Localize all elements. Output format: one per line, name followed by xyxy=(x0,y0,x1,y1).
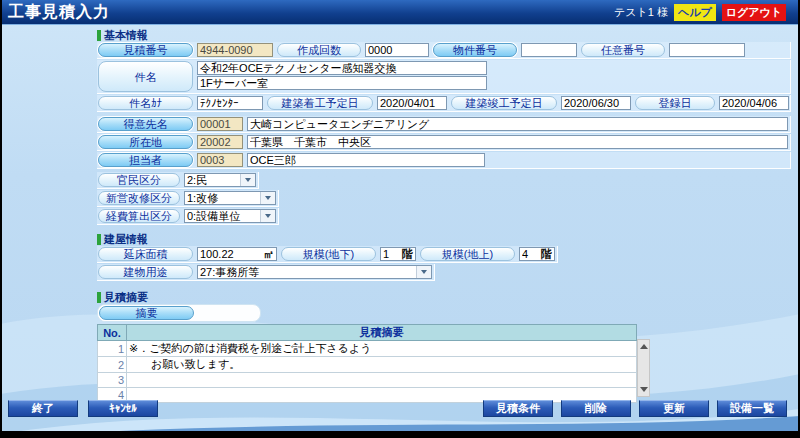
subject-kana-label: 件名ｶﾅ xyxy=(98,96,193,110)
row-person: 担当者 xyxy=(97,152,791,169)
person-in-charge-button[interactable]: 担当者 xyxy=(98,153,193,167)
scale-above-input-group: 階 xyxy=(519,247,555,261)
section-title: 基本情報 xyxy=(104,28,148,43)
estimate-conditions-button[interactable]: 見積条件 xyxy=(483,400,553,417)
person-code-field[interactable] xyxy=(197,153,243,167)
construction-end-date-field[interactable] xyxy=(561,96,631,110)
floor-area-input-group: ㎡ xyxy=(197,247,277,261)
construction-start-date-label: 建築着工予定日 xyxy=(267,96,373,110)
registration-date-field[interactable] xyxy=(719,96,789,110)
col-header-text: 見積摘要 xyxy=(127,325,637,341)
exit-button[interactable]: 終了 xyxy=(8,400,78,417)
expense-calc-select[interactable]: 0:設備単位 xyxy=(184,209,276,223)
property-number-field[interactable] xyxy=(521,43,577,57)
row-public-private: 官民区分 2:民 xyxy=(97,172,259,189)
titlebar-actions: テスト1 様 ヘルプ ログアウト xyxy=(614,4,786,21)
row-building-use: 建物用途 27:事務所等 xyxy=(97,264,435,281)
location-name-field[interactable] xyxy=(247,135,788,149)
estimate-number-button[interactable]: 見積番号 xyxy=(98,43,193,57)
update-button[interactable]: 更新 xyxy=(639,400,709,417)
scale-above-field[interactable] xyxy=(520,248,539,260)
registration-date-label: 登録日 xyxy=(635,96,715,110)
memo-button[interactable]: 摘要 xyxy=(99,306,194,320)
building-use-value: 27:事務所等 xyxy=(198,266,416,278)
scale-below-field[interactable] xyxy=(381,248,400,260)
scale-below-label: 規模(地下) xyxy=(281,247,376,261)
summary-table-zone: No. 見積摘要 1 ※．ご契約の節は消費税を別途ご計上下さるよう 2 お願い致… xyxy=(97,324,791,403)
expense-calc-label: 経費算出区分 xyxy=(98,209,180,223)
public-private-select[interactable]: 2:民 xyxy=(184,173,256,187)
row-number: 2 xyxy=(98,357,127,373)
window-border-bottom xyxy=(0,431,800,438)
scroll-down-icon[interactable] xyxy=(640,387,648,392)
row-location: 所在地 xyxy=(97,134,791,151)
building-use-select[interactable]: 27:事務所等 xyxy=(197,265,432,279)
table-row: 2 お願い致します。 xyxy=(98,357,637,373)
customer-code-field[interactable] xyxy=(197,117,243,131)
scroll-up-icon[interactable] xyxy=(640,344,648,349)
row-number: 3 xyxy=(98,373,127,388)
customer-name-field[interactable] xyxy=(247,117,788,131)
summary-text-cell[interactable] xyxy=(127,373,637,388)
building-info-section-header: 建屋情報 xyxy=(97,233,791,245)
delete-button[interactable]: 削除 xyxy=(561,400,631,417)
subject-kana-field[interactable] xyxy=(197,96,263,110)
summary-text-cell[interactable]: ※．ご契約の節は消費税を別途ご計上下さるよう xyxy=(127,341,637,357)
equipment-list-button[interactable]: 設備一覧 xyxy=(717,400,787,417)
scale-below-unit: 階 xyxy=(400,247,415,262)
scale-above-label: 規模(地上) xyxy=(420,247,515,261)
subject-line2-field[interactable] xyxy=(197,76,487,90)
table-row: 1 ※．ご契約の節は消費税を別途ご計上下さるよう xyxy=(98,341,637,357)
location-code-field[interactable] xyxy=(197,135,243,149)
logout-button[interactable]: ログアウト xyxy=(722,4,786,21)
section-marker-icon xyxy=(97,30,101,41)
chevron-down-icon xyxy=(260,210,275,222)
optional-number-field[interactable] xyxy=(669,43,745,57)
construction-start-date-field[interactable] xyxy=(377,96,447,110)
row-customer: 得意先名 xyxy=(97,116,791,133)
scale-above-unit: 階 xyxy=(539,247,554,262)
created-count-label: 作成回数 xyxy=(277,43,361,57)
logged-in-user: テスト1 様 xyxy=(614,5,668,20)
summary-table-header-row: No. 見積摘要 xyxy=(98,325,637,341)
summary-text-cell[interactable]: お願い致します。 xyxy=(127,357,637,373)
public-private-label: 官民区分 xyxy=(98,173,180,187)
floor-area-field[interactable] xyxy=(198,248,261,260)
created-count-field[interactable] xyxy=(365,43,429,57)
summary-scrollbar[interactable] xyxy=(637,339,650,397)
construction-end-date-label: 建築竣工予定日 xyxy=(451,96,557,110)
subject-label: 件名 xyxy=(98,61,193,92)
chevron-down-icon xyxy=(416,266,431,278)
table-row: 3 xyxy=(98,373,637,388)
chevron-down-icon xyxy=(260,192,275,204)
row-subject: 件名 xyxy=(97,60,791,94)
footer-left-group: 終了 ｷｬﾝｾﾙ xyxy=(8,400,158,417)
person-name-field[interactable] xyxy=(247,153,485,167)
footer-right-group: 見積条件 削除 更新 設備一覧 xyxy=(483,400,787,417)
cancel-button[interactable]: ｷｬﾝｾﾙ xyxy=(88,400,158,417)
optional-number-label: 任意番号 xyxy=(581,43,665,57)
subject-fields xyxy=(197,61,487,92)
floor-area-unit: ㎡ xyxy=(261,247,276,262)
row-number: 1 xyxy=(98,341,127,357)
title-bar: 工事見積入力 テスト1 様 ヘルプ ログアウト xyxy=(0,0,800,25)
memo-button-wrap: 摘要 xyxy=(97,304,261,322)
property-number-button[interactable]: 物件番号 xyxy=(433,43,517,57)
renovation-label: 新営改修区分 xyxy=(98,191,180,205)
renovation-value: 1:改修 xyxy=(185,192,260,204)
estimate-number-field[interactable] xyxy=(197,43,273,57)
row-renovation: 新営改修区分 1:改修 xyxy=(97,190,279,207)
renovation-select[interactable]: 1:改修 xyxy=(184,191,276,205)
subject-line1-field[interactable] xyxy=(197,61,487,75)
row-floor-area-scale: 延床面積 ㎡ 規模(地下) 階 規模(地上) 階 xyxy=(97,246,558,263)
summary-table: No. 見積摘要 1 ※．ご契約の節は消費税を別途ご計上下さるよう 2 お願い致… xyxy=(97,324,637,403)
section-marker-icon xyxy=(97,234,101,245)
customer-button[interactable]: 得意先名 xyxy=(98,117,193,131)
expense-calc-value: 0:設備単位 xyxy=(185,210,260,222)
help-button[interactable]: ヘルプ xyxy=(674,4,716,21)
summary-section-header: 見積摘要 xyxy=(97,291,791,303)
public-private-value: 2:民 xyxy=(185,174,240,186)
row-kana-dates: 件名ｶﾅ 建築着工予定日 建築竣工予定日 登録日 xyxy=(97,95,791,112)
location-button[interactable]: 所在地 xyxy=(98,135,193,149)
footer-toolbar: 終了 ｷｬﾝｾﾙ 見積条件 削除 更新 設備一覧 xyxy=(0,400,800,417)
